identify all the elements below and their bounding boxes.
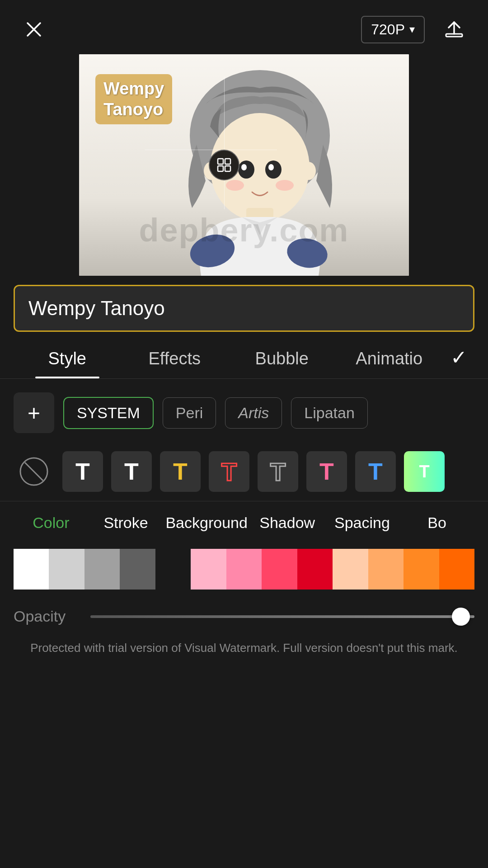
app-header: 720P ▾ bbox=[0, 0, 488, 54]
close-button[interactable] bbox=[18, 14, 50, 45]
export-icon bbox=[442, 18, 466, 41]
svg-point-11 bbox=[265, 160, 282, 179]
transform-handle[interactable] bbox=[209, 150, 239, 180]
color-swatches bbox=[0, 540, 488, 599]
svg-point-17 bbox=[301, 162, 316, 180]
canvas-watermark: depbery.com bbox=[79, 212, 409, 249]
swatch-white[interactable] bbox=[14, 549, 49, 590]
style-button-outline-red[interactable]: T bbox=[209, 451, 249, 492]
confirm-button[interactable]: ✓ bbox=[443, 346, 474, 373]
header-right: 720P ▾ bbox=[361, 14, 470, 45]
no-style-button[interactable] bbox=[14, 451, 54, 492]
tab-bubble[interactable]: Bubble bbox=[228, 341, 336, 378]
canvas-text-overlay: Wempy Tanoyo bbox=[95, 74, 172, 124]
bottom-watermark-text: Protected with trial version of Visual W… bbox=[0, 634, 488, 662]
opacity-thumb[interactable] bbox=[452, 608, 470, 626]
crosshair-vertical bbox=[224, 76, 225, 209]
crop-icon bbox=[216, 157, 232, 173]
swatch-peach[interactable] bbox=[333, 549, 368, 590]
style-button-yellow[interactable]: T bbox=[160, 451, 201, 492]
color-tab-shadow[interactable]: Shadow bbox=[250, 506, 325, 540]
style-button-outline-gray[interactable]: T bbox=[258, 451, 298, 492]
export-button[interactable] bbox=[438, 14, 470, 45]
resolution-button[interactable]: 720P ▾ bbox=[361, 16, 425, 43]
swatch-hot-pink[interactable] bbox=[262, 549, 297, 590]
opacity-slider[interactable] bbox=[90, 615, 474, 618]
opacity-label: Opacity bbox=[14, 608, 81, 625]
font-chip-system[interactable]: SYSTEM bbox=[63, 397, 154, 429]
swatch-deep-orange[interactable] bbox=[439, 549, 474, 590]
style-button-bold[interactable]: T bbox=[111, 451, 152, 492]
swatch-light-pink[interactable] bbox=[191, 549, 226, 590]
crosshair-horizontal bbox=[145, 150, 277, 150]
color-tabs: Color Stroke Background Shadow Spacing B… bbox=[0, 501, 488, 540]
text-input[interactable]: Wempy Tanoyo bbox=[14, 285, 474, 332]
swatch-red[interactable] bbox=[297, 549, 333, 590]
style-button-green[interactable]: T bbox=[404, 451, 445, 492]
tab-effects[interactable]: Effects bbox=[121, 341, 229, 378]
svg-rect-3 bbox=[446, 34, 462, 37]
svg-rect-21 bbox=[225, 166, 230, 171]
style-button-pink[interactable]: T bbox=[306, 451, 347, 492]
style-button-blue[interactable]: T bbox=[355, 451, 396, 492]
font-chip-artis[interactable]: Artis bbox=[225, 397, 282, 429]
color-tab-stroke[interactable]: Stroke bbox=[89, 506, 164, 540]
swatch-light-orange[interactable] bbox=[368, 549, 404, 590]
canvas-image[interactable]: depbery.com Wempy Tanoyo bbox=[79, 54, 409, 276]
font-chip-peri[interactable]: Peri bbox=[163, 397, 216, 429]
swatch-mid-grey[interactable] bbox=[84, 549, 120, 590]
add-font-button[interactable]: + bbox=[14, 392, 54, 433]
swatch-black[interactable] bbox=[155, 549, 191, 590]
tab-animation[interactable]: Animatio bbox=[336, 341, 443, 378]
resolution-label: 720P bbox=[371, 21, 405, 38]
swatch-pink[interactable] bbox=[226, 549, 262, 590]
swatch-light-grey[interactable] bbox=[49, 549, 84, 590]
color-tab-spacing[interactable]: Spacing bbox=[325, 506, 400, 540]
swatch-dark-grey[interactable] bbox=[120, 549, 155, 590]
svg-point-14 bbox=[226, 180, 244, 191]
svg-rect-20 bbox=[218, 166, 223, 171]
resolution-chevron-icon: ▾ bbox=[409, 23, 415, 36]
svg-point-13 bbox=[268, 164, 274, 170]
svg-rect-19 bbox=[225, 159, 230, 164]
color-tab-background[interactable]: Background bbox=[163, 506, 249, 540]
tab-style[interactable]: Style bbox=[14, 341, 121, 378]
svg-point-10 bbox=[238, 160, 254, 179]
svg-point-15 bbox=[276, 180, 294, 191]
svg-rect-18 bbox=[218, 159, 223, 164]
no-style-icon bbox=[18, 455, 50, 488]
text-tabs: Style Effects Bubble Animatio ✓ bbox=[0, 336, 488, 379]
opacity-row: Opacity bbox=[0, 599, 488, 634]
color-tab-color[interactable]: Color bbox=[14, 506, 89, 540]
svg-line-23 bbox=[25, 462, 43, 481]
color-tab-border[interactable]: Bo bbox=[399, 506, 474, 540]
swatch-orange[interactable] bbox=[404, 549, 439, 590]
svg-point-12 bbox=[241, 164, 247, 170]
style-button-plain[interactable]: T bbox=[62, 451, 103, 492]
close-icon bbox=[24, 19, 44, 39]
font-selector-row: + SYSTEM Peri Artis Lipatan bbox=[0, 379, 488, 442]
text-style-row: T T T T T T T T bbox=[0, 442, 488, 501]
font-chip-lipatan[interactable]: Lipatan bbox=[291, 397, 368, 429]
canvas-container: depbery.com Wempy Tanoyo bbox=[0, 54, 488, 276]
